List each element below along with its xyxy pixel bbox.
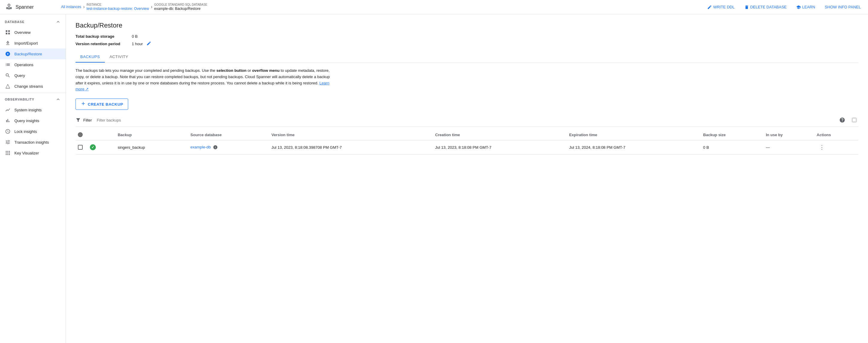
version-time-value: Jul 13, 2023, 8:18:08.398708 PM GMT-7	[271, 145, 342, 150]
trash-icon	[744, 5, 749, 9]
info-box: The backups tab lets you manage your com…	[75, 68, 333, 93]
delete-database-button[interactable]: DELETE DATABASE	[742, 3, 789, 11]
create-backup-label: CREATE BACKUP	[88, 102, 123, 107]
sidebar-system-insights-label: System insights	[14, 108, 42, 112]
breadcrumb-all-instances[interactable]: All instances	[61, 5, 81, 9]
table-header-backup: Backup	[114, 129, 187, 140]
sidebar: DATABASE Overview Import/Export Backup/R…	[0, 14, 66, 343]
page-title: Backup/Restore	[75, 22, 859, 29]
info-bold-overflow: overflow menu	[252, 68, 280, 73]
table-header-actions: Actions	[813, 129, 859, 140]
sidebar-item-import-export[interactable]: Import/Export	[0, 38, 66, 48]
database-section-header[interactable]: DATABASE	[0, 17, 66, 27]
header-checkbox[interactable]	[78, 132, 83, 137]
row-checkbox[interactable]	[78, 145, 83, 150]
breadcrumb-sep-1: ›	[83, 4, 85, 9]
sidebar-item-backup-restore[interactable]: Backup/Restore	[0, 48, 66, 59]
sidebar-item-operations[interactable]: Operations	[0, 59, 66, 70]
sidebar-item-transaction-insights[interactable]: Transaction insights	[0, 137, 66, 147]
bar-chart-icon	[5, 117, 11, 124]
row-version-time-cell: Jul 13, 2023, 8:18:08.398708 PM GMT-7	[268, 140, 432, 155]
sidebar-change-streams-label: Change streams	[14, 84, 43, 89]
create-backup-button[interactable]: CREATE BACKUP	[75, 99, 128, 110]
main-layout: DATABASE Overview Import/Export Backup/R…	[0, 14, 868, 343]
filter-icons	[838, 116, 859, 124]
sidebar-item-change-streams[interactable]: Change streams	[0, 81, 66, 92]
creation-time-value: Jul 13, 2023, 8:18:08 PM GMT-7	[435, 145, 492, 150]
edit-version-retention-button[interactable]	[147, 41, 151, 47]
show-info-panel-button[interactable]: SHOW INFO PANEL	[823, 3, 863, 11]
table-header-expiration-time: Expiration time	[565, 129, 700, 140]
meta-table: Total backup storage 0 B Version retenti…	[75, 34, 859, 47]
write-ddl-button[interactable]: WRITE DDL	[705, 3, 737, 11]
chevron-up-obs-icon	[55, 97, 61, 102]
sidebar-item-query-insights[interactable]: Query insights	[0, 115, 66, 126]
sidebar-query-insights-label: Query insights	[14, 118, 39, 123]
chart-icon	[5, 107, 11, 113]
table-header-source-db: Source database	[187, 129, 268, 140]
total-backup-label: Total backup storage	[75, 34, 129, 39]
app-name: Spanner	[16, 4, 34, 10]
row-expiration-time-cell: Jul 13, 2024, 8:18:08 PM GMT-7	[565, 140, 700, 155]
row-backup-size-cell: 0 B	[700, 140, 762, 155]
table-header-in-use-by: In use by	[762, 129, 813, 140]
observability-section-label: OBSERVABILITY	[5, 98, 34, 101]
meta-row-version-retention: Version retention period 1 hour	[75, 41, 859, 47]
backup-name: singers_backup	[118, 145, 145, 150]
database-section-label: DATABASE	[5, 20, 25, 24]
tabs: BACKUPS ACTIVITY	[75, 52, 859, 63]
app-logo: Spanner	[5, 3, 59, 11]
top-actions: WRITE DDL DELETE DATABASE LEARN SHOW INF…	[705, 3, 863, 11]
help-icon-button[interactable]	[838, 116, 846, 124]
upload-icon	[5, 40, 11, 46]
row-checkbox-cell	[75, 140, 86, 155]
learn-label: LEARN	[802, 5, 815, 9]
list-icon	[5, 62, 11, 68]
filter-label: Filter	[83, 118, 92, 123]
row-actions-button[interactable]: ⋮	[817, 143, 827, 151]
row-status-cell	[86, 140, 114, 155]
sidebar-item-lock-insights[interactable]: Lock insights	[0, 126, 66, 137]
sidebar-item-key-visualizer[interactable]: Key Visualizer	[0, 147, 66, 158]
row-in-use-by-cell: —	[762, 140, 813, 155]
filter-icon	[75, 117, 81, 123]
breadcrumb-instance-name[interactable]: test-instance-backup-restore: Overview	[87, 7, 149, 11]
total-backup-value: 0 B	[132, 34, 138, 39]
version-retention-label: Version retention period	[75, 42, 129, 46]
svg-point-0	[8, 4, 10, 6]
table-header-version-time: Version time	[268, 129, 432, 140]
row-creation-time-cell: Jul 13, 2023, 8:18:08 PM GMT-7	[432, 140, 565, 155]
tab-activity[interactable]: ACTIVITY	[105, 52, 133, 63]
table-header-checkbox	[75, 129, 86, 140]
tab-backups[interactable]: BACKUPS	[75, 52, 105, 63]
filter-input[interactable]	[97, 118, 836, 123]
row-actions-cell: ⋮	[813, 140, 859, 155]
sidebar-key-visualizer-label: Key Visualizer	[14, 151, 39, 155]
observability-section-header[interactable]: OBSERVABILITY	[0, 94, 66, 104]
meta-row-backup-storage: Total backup storage 0 B	[75, 34, 859, 39]
top-nav: Spanner All instances › INSTANCE test-in…	[0, 0, 868, 14]
breadcrumb-instance-label: INSTANCE	[87, 3, 149, 7]
expiration-time-value: Jul 13, 2024, 8:18:08 PM GMT-7	[569, 145, 625, 150]
version-retention-value: 1 hour	[132, 42, 143, 46]
search-icon	[5, 72, 11, 78]
columns-icon-button[interactable]	[850, 116, 859, 124]
breadcrumb-sep-2: ›	[151, 4, 152, 9]
info-text-part2: or	[247, 68, 252, 73]
learn-button[interactable]: LEARN	[794, 3, 817, 11]
learn-icon	[796, 5, 801, 9]
breadcrumb: All instances › INSTANCE test-instance-b…	[61, 3, 702, 11]
write-ddl-label: WRITE DDL	[713, 5, 735, 9]
sidebar-item-system-insights[interactable]: System insights	[0, 104, 66, 115]
sidebar-item-query[interactable]: Query	[0, 70, 66, 81]
info-text-part1: The backups tab lets you manage your com…	[75, 68, 216, 73]
source-db-info-icon[interactable]	[213, 145, 218, 149]
triangle-icon	[5, 83, 11, 89]
sidebar-item-overview[interactable]: Overview	[0, 27, 66, 38]
sidebar-lock-insights-label: Lock insights	[14, 129, 37, 134]
source-db-link[interactable]: example-db	[190, 145, 212, 149]
table-header-row: Backup Source database Version time Crea…	[75, 129, 859, 140]
backup-size-value: 0 B	[703, 145, 709, 150]
table-header-backup-size: Backup size	[700, 129, 762, 140]
sidebar-divider	[0, 93, 66, 93]
